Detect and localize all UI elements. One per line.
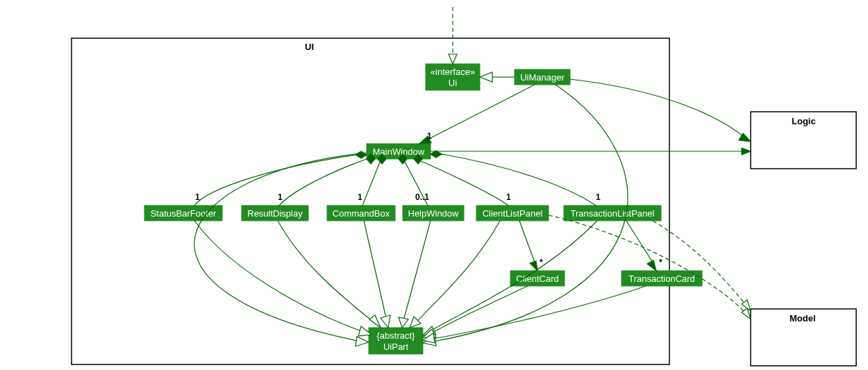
svg-rect-0 [72,38,669,364]
mult-transactionlist: 1 [596,192,601,202]
mult-clientlist: 1 [506,192,511,202]
package-logic-label: Logic [792,116,816,126]
mult-resultdisplay: 1 [278,192,283,202]
ui-part-name: UiPart [383,342,409,352]
help-window-label: HelpWindow [408,208,460,219]
ui-part-stereotype: {abstract} [377,330,416,341]
mult-statusbar: 1 [195,192,200,202]
package-ui-label: UI [305,42,314,52]
package-model: Model [751,309,856,366]
package-model-label: Model [790,313,816,323]
client-list-panel-label: ClientListPanel [483,208,543,219]
edge-external-to-ui [449,7,457,64]
package-ui: UI [72,38,669,364]
class-transaction-list-panel: TransactionListPanel [564,205,661,221]
ui-interface-stereotype: «interface» [431,67,475,77]
class-transaction-card: TransactionCard [621,271,702,286]
package-logic: Logic [751,112,856,169]
transaction-list-panel-label: TransactionListPanel [571,208,655,219]
mult-mainwindow: 1 [427,131,432,141]
class-ui-manager: UiManager [515,69,570,85]
class-command-box: CommandBox [327,205,395,221]
class-client-list-panel: ClientListPanel [476,205,549,221]
transaction-card-label: TransactionCard [628,274,695,284]
class-result-display: ResultDisplay [242,205,308,221]
class-main-window: MainWindow [367,144,431,159]
class-ui-interface: «interface» Ui [426,64,480,90]
class-client-card: ClientCard [510,271,565,286]
class-ui-part: {abstract} UiPart [369,328,423,354]
svg-marker-19 [742,148,751,155]
mult-transactioncard: * [659,258,662,267]
mult-commandbox: 1 [358,192,362,202]
mult-helpwindow: 0..1 [415,192,429,202]
uml-diagram: UI Logic Model «interface» Ui UiManager … [0,0,868,370]
ui-manager-label: UiManager [520,72,565,83]
class-status-bar: StatusBarFooter [144,205,222,221]
result-display-label: ResultDisplay [247,208,303,219]
command-box-label: CommandBox [333,208,390,219]
class-help-window: HelpWindow [403,205,464,221]
ui-interface-name: Ui [449,78,457,88]
